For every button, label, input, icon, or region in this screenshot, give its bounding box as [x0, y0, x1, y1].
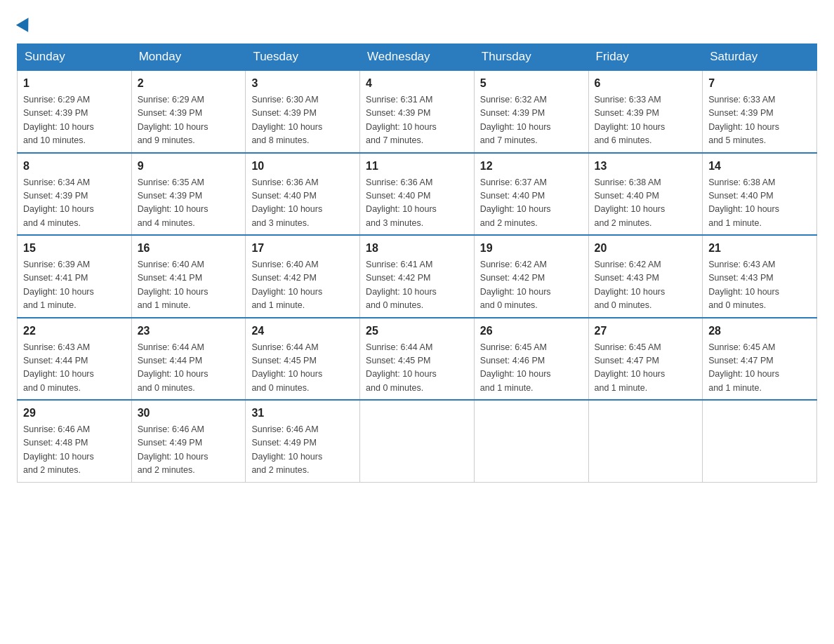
calendar-cell — [474, 400, 588, 482]
calendar-cell: 7Sunrise: 6:33 AMSunset: 4:39 PMDaylight… — [703, 70, 817, 153]
logo-blue-text — [17, 17, 34, 29]
weekday-header-sunday: Sunday — [18, 44, 132, 71]
calendar-cell — [360, 400, 475, 482]
day-number: 31 — [251, 405, 354, 422]
calendar-cell: 23Sunrise: 6:44 AMSunset: 4:44 PMDayligh… — [131, 318, 246, 401]
day-number: 26 — [480, 323, 583, 340]
day-info: Sunrise: 6:43 AMSunset: 4:44 PMDaylight:… — [23, 341, 126, 396]
weekday-header-tuesday: Tuesday — [246, 44, 360, 71]
day-info: Sunrise: 6:38 AMSunset: 4:40 PMDaylight:… — [595, 176, 697, 231]
week-row-2: 8Sunrise: 6:34 AMSunset: 4:39 PMDaylight… — [18, 153, 817, 236]
calendar-cell: 6Sunrise: 6:33 AMSunset: 4:39 PMDaylight… — [588, 70, 703, 153]
calendar-cell: 3Sunrise: 6:30 AMSunset: 4:39 PMDaylight… — [246, 70, 360, 153]
day-number: 28 — [708, 323, 811, 340]
day-number: 11 — [366, 158, 468, 175]
week-row-1: 1Sunrise: 6:29 AMSunset: 4:39 PMDaylight… — [18, 70, 817, 153]
calendar-table: SundayMondayTuesdayWednesdayThursdayFrid… — [17, 43, 817, 483]
logo-triangle-icon — [16, 14, 34, 32]
day-info: Sunrise: 6:45 AMSunset: 4:46 PMDaylight:… — [480, 341, 583, 396]
day-number: 30 — [138, 405, 240, 422]
day-number: 23 — [138, 323, 240, 340]
calendar-cell: 5Sunrise: 6:32 AMSunset: 4:39 PMDaylight… — [474, 70, 588, 153]
calendar-cell: 9Sunrise: 6:35 AMSunset: 4:39 PMDaylight… — [131, 153, 246, 236]
calendar-cell: 28Sunrise: 6:45 AMSunset: 4:47 PMDayligh… — [703, 318, 817, 401]
week-row-4: 22Sunrise: 6:43 AMSunset: 4:44 PMDayligh… — [18, 318, 817, 401]
day-info: Sunrise: 6:39 AMSunset: 4:41 PMDaylight:… — [23, 258, 126, 313]
day-number: 8 — [23, 158, 126, 175]
day-number: 21 — [708, 240, 811, 257]
calendar-cell: 14Sunrise: 6:38 AMSunset: 4:40 PMDayligh… — [703, 153, 817, 236]
calendar-cell: 1Sunrise: 6:29 AMSunset: 4:39 PMDaylight… — [18, 70, 132, 153]
day-info: Sunrise: 6:40 AMSunset: 4:41 PMDaylight:… — [138, 258, 240, 313]
day-number: 3 — [251, 75, 354, 92]
day-info: Sunrise: 6:41 AMSunset: 4:42 PMDaylight:… — [366, 258, 468, 313]
day-number: 17 — [251, 240, 354, 257]
day-info: Sunrise: 6:46 AMSunset: 4:49 PMDaylight:… — [251, 423, 354, 478]
day-number: 14 — [708, 158, 811, 175]
calendar-cell: 11Sunrise: 6:36 AMSunset: 4:40 PMDayligh… — [360, 153, 475, 236]
day-number: 15 — [23, 240, 126, 257]
day-info: Sunrise: 6:42 AMSunset: 4:42 PMDaylight:… — [480, 258, 583, 313]
calendar-cell — [588, 400, 703, 482]
day-number: 22 — [23, 323, 126, 340]
calendar-cell: 10Sunrise: 6:36 AMSunset: 4:40 PMDayligh… — [246, 153, 360, 236]
week-row-3: 15Sunrise: 6:39 AMSunset: 4:41 PMDayligh… — [18, 235, 817, 318]
page-header — [17, 17, 817, 29]
calendar-cell: 27Sunrise: 6:45 AMSunset: 4:47 PMDayligh… — [588, 318, 703, 401]
weekday-header-thursday: Thursday — [474, 44, 588, 71]
calendar-cell: 13Sunrise: 6:38 AMSunset: 4:40 PMDayligh… — [588, 153, 703, 236]
day-info: Sunrise: 6:45 AMSunset: 4:47 PMDaylight:… — [595, 341, 697, 396]
calendar-cell: 25Sunrise: 6:44 AMSunset: 4:45 PMDayligh… — [360, 318, 475, 401]
day-number: 10 — [251, 158, 354, 175]
day-info: Sunrise: 6:45 AMSunset: 4:47 PMDaylight:… — [708, 341, 811, 396]
day-info: Sunrise: 6:40 AMSunset: 4:42 PMDaylight:… — [251, 258, 354, 313]
calendar-cell: 21Sunrise: 6:43 AMSunset: 4:43 PMDayligh… — [703, 235, 817, 318]
day-number: 13 — [595, 158, 697, 175]
day-info: Sunrise: 6:35 AMSunset: 4:39 PMDaylight:… — [138, 176, 240, 231]
day-number: 24 — [251, 323, 354, 340]
day-number: 16 — [138, 240, 240, 257]
day-number: 12 — [480, 158, 583, 175]
day-info: Sunrise: 6:43 AMSunset: 4:43 PMDaylight:… — [708, 258, 811, 313]
calendar-cell: 22Sunrise: 6:43 AMSunset: 4:44 PMDayligh… — [18, 318, 132, 401]
day-info: Sunrise: 6:38 AMSunset: 4:40 PMDaylight:… — [708, 176, 811, 231]
weekday-header-monday: Monday — [131, 44, 246, 71]
day-number: 4 — [366, 75, 468, 92]
day-info: Sunrise: 6:32 AMSunset: 4:39 PMDaylight:… — [480, 93, 583, 148]
calendar-cell: 16Sunrise: 6:40 AMSunset: 4:41 PMDayligh… — [131, 235, 246, 318]
calendar-cell: 12Sunrise: 6:37 AMSunset: 4:40 PMDayligh… — [474, 153, 588, 236]
day-info: Sunrise: 6:36 AMSunset: 4:40 PMDaylight:… — [366, 176, 468, 231]
day-info: Sunrise: 6:30 AMSunset: 4:39 PMDaylight:… — [251, 93, 354, 148]
day-number: 5 — [480, 75, 583, 92]
day-info: Sunrise: 6:33 AMSunset: 4:39 PMDaylight:… — [708, 93, 811, 148]
calendar-cell: 26Sunrise: 6:45 AMSunset: 4:46 PMDayligh… — [474, 318, 588, 401]
logo — [17, 17, 34, 29]
weekday-header-wednesday: Wednesday — [360, 44, 475, 71]
day-info: Sunrise: 6:44 AMSunset: 4:45 PMDaylight:… — [251, 341, 354, 396]
day-info: Sunrise: 6:44 AMSunset: 4:45 PMDaylight:… — [366, 341, 468, 396]
calendar-cell: 15Sunrise: 6:39 AMSunset: 4:41 PMDayligh… — [18, 235, 132, 318]
day-number: 27 — [595, 323, 697, 340]
calendar-cell: 31Sunrise: 6:46 AMSunset: 4:49 PMDayligh… — [246, 400, 360, 482]
day-number: 1 — [23, 75, 126, 92]
calendar-cell: 4Sunrise: 6:31 AMSunset: 4:39 PMDaylight… — [360, 70, 475, 153]
day-info: Sunrise: 6:37 AMSunset: 4:40 PMDaylight:… — [480, 176, 583, 231]
day-info: Sunrise: 6:33 AMSunset: 4:39 PMDaylight:… — [595, 93, 697, 148]
weekday-header-row: SundayMondayTuesdayWednesdayThursdayFrid… — [18, 44, 817, 71]
day-number: 6 — [595, 75, 697, 92]
day-number: 9 — [138, 158, 240, 175]
day-number: 2 — [138, 75, 240, 92]
day-number: 19 — [480, 240, 583, 257]
day-info: Sunrise: 6:29 AMSunset: 4:39 PMDaylight:… — [138, 93, 240, 148]
day-info: Sunrise: 6:36 AMSunset: 4:40 PMDaylight:… — [251, 176, 354, 231]
day-number: 20 — [595, 240, 697, 257]
day-info: Sunrise: 6:31 AMSunset: 4:39 PMDaylight:… — [366, 93, 468, 148]
calendar-cell: 24Sunrise: 6:44 AMSunset: 4:45 PMDayligh… — [246, 318, 360, 401]
weekday-header-saturday: Saturday — [703, 44, 817, 71]
day-info: Sunrise: 6:44 AMSunset: 4:44 PMDaylight:… — [138, 341, 240, 396]
calendar-cell: 2Sunrise: 6:29 AMSunset: 4:39 PMDaylight… — [131, 70, 246, 153]
calendar-cell: 8Sunrise: 6:34 AMSunset: 4:39 PMDaylight… — [18, 153, 132, 236]
calendar-cell: 17Sunrise: 6:40 AMSunset: 4:42 PMDayligh… — [246, 235, 360, 318]
day-info: Sunrise: 6:46 AMSunset: 4:49 PMDaylight:… — [138, 423, 240, 478]
calendar-cell: 18Sunrise: 6:41 AMSunset: 4:42 PMDayligh… — [360, 235, 475, 318]
